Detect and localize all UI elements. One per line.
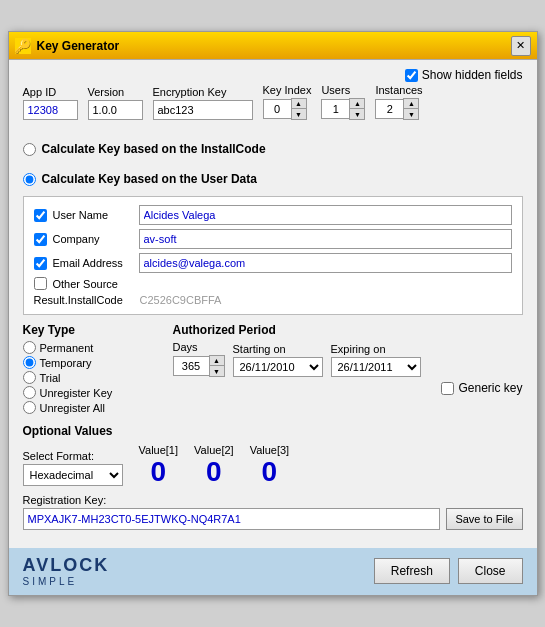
value2-header: Value[2] bbox=[194, 444, 234, 456]
app-id-input[interactable] bbox=[23, 100, 78, 120]
radio1-row: Calculate Key based on the InstallCode bbox=[23, 138, 523, 160]
users-spinner-btns: ▲ ▼ bbox=[349, 98, 365, 120]
value1-header: Value[1] bbox=[139, 444, 179, 456]
users-spinner: ▲ ▼ bbox=[321, 98, 365, 120]
users-down-btn[interactable]: ▼ bbox=[350, 109, 364, 119]
key-type-unregister-all-radio[interactable] bbox=[23, 401, 36, 414]
show-hidden-label: Show hidden fields bbox=[422, 68, 523, 82]
footer-logo: AVLOCK SIMPLE bbox=[23, 556, 110, 587]
users-up-btn[interactable]: ▲ bbox=[350, 99, 364, 109]
result-value: C2526C9CBFFA bbox=[140, 294, 222, 306]
version-input[interactable] bbox=[88, 100, 143, 120]
footer-logo-top: AVLOCK bbox=[23, 556, 110, 576]
key-type-unregister-all-label: Unregister All bbox=[40, 402, 105, 414]
instances-label: Instances bbox=[375, 84, 422, 96]
window-close-button[interactable]: ✕ bbox=[511, 36, 531, 56]
starting-select[interactable]: 26/11/2010 bbox=[233, 357, 323, 377]
value3-header: Value[3] bbox=[250, 444, 290, 456]
radio1-label: Calculate Key based on the InstallCode bbox=[42, 142, 266, 156]
key-type-left: Key Type Permanent Temporary Trial Unreg… bbox=[23, 323, 153, 416]
auth-period: Authorized Period Days ▲ ▼ Star bbox=[173, 323, 523, 395]
email-row: Email Address bbox=[34, 253, 512, 273]
radio2-label: Calculate Key based on the User Data bbox=[42, 172, 257, 186]
username-checkbox[interactable] bbox=[34, 209, 47, 222]
key-type-unregister-label: Unregister Key bbox=[40, 387, 113, 399]
key-index-down-btn[interactable]: ▼ bbox=[292, 109, 306, 119]
generic-key-row: Generic key bbox=[173, 381, 523, 395]
other-label: Other Source bbox=[53, 278, 133, 290]
instances-group: Instances ▲ ▼ bbox=[375, 84, 422, 120]
key-index-label: Key Index bbox=[263, 84, 312, 96]
optional-title: Optional Values bbox=[23, 424, 523, 438]
expiring-select[interactable]: 26/11/2011 bbox=[331, 357, 421, 377]
main-window: 🔑 Key Generator ✕ Show hidden fields App… bbox=[8, 31, 538, 596]
key-index-spinner: ▲ ▼ bbox=[263, 98, 312, 120]
result-row: Result.InstallCode C2526C9CBFFA bbox=[34, 294, 512, 306]
key-type-permanent-label: Permanent bbox=[40, 342, 94, 354]
email-checkbox[interactable] bbox=[34, 257, 47, 270]
close-button[interactable]: Close bbox=[458, 558, 523, 584]
top-area: Show hidden fields App ID Version Encryp… bbox=[9, 60, 537, 120]
radio2-section: Calculate Key based on the User Data Use… bbox=[23, 168, 523, 315]
radio2-input[interactable] bbox=[23, 173, 36, 186]
format-select[interactable]: Hexadecimal Decimal Octal bbox=[23, 464, 123, 486]
key-type-permanent-radio[interactable] bbox=[23, 341, 36, 354]
username-row: User Name bbox=[34, 205, 512, 225]
days-down-btn[interactable]: ▼ bbox=[210, 366, 224, 376]
instances-input[interactable] bbox=[375, 99, 403, 119]
show-hidden-checkbox[interactable] bbox=[405, 69, 418, 82]
users-label: Users bbox=[321, 84, 365, 96]
key-index-spinner-btns: ▲ ▼ bbox=[291, 98, 307, 120]
days-col: Days ▲ ▼ bbox=[173, 341, 225, 377]
key-type-temporary-radio[interactable] bbox=[23, 356, 36, 369]
version-group: Version bbox=[88, 86, 143, 120]
auth-period-title: Authorized Period bbox=[173, 323, 523, 337]
instances-up-btn[interactable]: ▲ bbox=[404, 99, 418, 109]
username-input[interactable] bbox=[139, 205, 512, 225]
days-input[interactable] bbox=[173, 356, 209, 376]
main-content: Calculate Key based on the InstallCode C… bbox=[9, 128, 537, 548]
radio1-input[interactable] bbox=[23, 143, 36, 156]
key-type-title: Key Type bbox=[23, 323, 153, 337]
days-up-btn[interactable]: ▲ bbox=[210, 356, 224, 366]
value1-display: 0 bbox=[150, 458, 166, 486]
users-input[interactable] bbox=[321, 99, 349, 119]
save-to-file-button[interactable]: Save to File bbox=[446, 508, 522, 530]
key-type-trial-radio[interactable] bbox=[23, 371, 36, 384]
key-type-unregister: Unregister Key bbox=[23, 386, 153, 399]
enc-key-group: Encryption Key bbox=[153, 86, 253, 120]
user-data-section: User Name Company Email Address Other So… bbox=[23, 196, 523, 315]
refresh-button[interactable]: Refresh bbox=[374, 558, 450, 584]
key-index-up-btn[interactable]: ▲ bbox=[292, 99, 306, 109]
title-bar-left: 🔑 Key Generator bbox=[15, 38, 120, 54]
format-group: Select Format: Hexadecimal Decimal Octal bbox=[23, 450, 123, 486]
key-type-temporary-label: Temporary bbox=[40, 357, 92, 369]
generic-key-checkbox[interactable] bbox=[441, 382, 454, 395]
reg-key-input[interactable] bbox=[23, 508, 441, 530]
key-type-unregister-all: Unregister All bbox=[23, 401, 153, 414]
instances-down-btn[interactable]: ▼ bbox=[404, 109, 418, 119]
app-icon: 🔑 bbox=[15, 38, 31, 54]
starting-label: Starting on bbox=[233, 343, 323, 355]
auth-period-row: Days ▲ ▼ Starting on 26/11/2010 bbox=[173, 341, 523, 377]
email-label: Email Address bbox=[53, 257, 133, 269]
key-type-trial-label: Trial bbox=[40, 372, 61, 384]
reg-key-label: Registration Key: bbox=[23, 494, 523, 506]
key-index-input[interactable] bbox=[263, 99, 291, 119]
users-group: Users ▲ ▼ bbox=[321, 84, 365, 120]
key-type-unregister-radio[interactable] bbox=[23, 386, 36, 399]
days-label: Days bbox=[173, 341, 225, 353]
enc-key-input[interactable] bbox=[153, 100, 253, 120]
key-type-permanent: Permanent bbox=[23, 341, 153, 354]
key-type-section: Key Type Permanent Temporary Trial Unreg… bbox=[23, 323, 523, 416]
expiring-col: Expiring on 26/11/2011 bbox=[331, 343, 421, 377]
value1-col: Value[1] 0 bbox=[139, 444, 179, 486]
email-input[interactable] bbox=[139, 253, 512, 273]
company-checkbox[interactable] bbox=[34, 233, 47, 246]
other-checkbox[interactable] bbox=[34, 277, 47, 290]
footer: AVLOCK SIMPLE Refresh Close bbox=[9, 548, 537, 595]
company-input[interactable] bbox=[139, 229, 512, 249]
format-label: Select Format: bbox=[23, 450, 123, 462]
window-title: Key Generator bbox=[37, 39, 120, 53]
key-type-temporary: Temporary bbox=[23, 356, 153, 369]
